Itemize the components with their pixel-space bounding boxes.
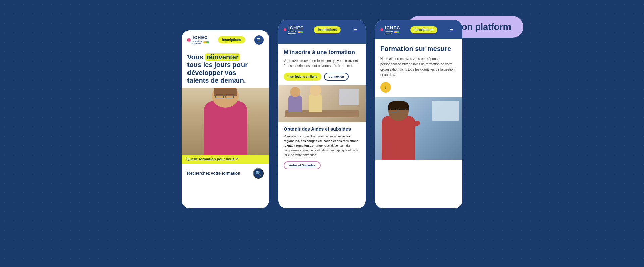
card3-pill-green (397, 31, 399, 33)
logo-dot-pink (187, 38, 191, 42)
card3-title-section: Formation sur mesure Nous élaborons avec… (375, 39, 462, 97)
student1 (288, 95, 302, 112)
main-container: Registration platform ICHEC formationcon… (0, 0, 644, 222)
board (339, 89, 359, 105)
person-shape (204, 101, 247, 155)
inscriptions-en-ligne-btn[interactable]: Inscriptions en ligne (284, 73, 321, 81)
card2-logo: ICHEC formationcontinue (284, 25, 304, 34)
logo-text: ICHEC formationcontinue (193, 35, 209, 45)
card1-header: ICHEC formationcontinue Inscriptions ☰ (182, 30, 269, 48)
card2-pill-yellow (298, 31, 300, 33)
menu-icon-2: ☰ (354, 27, 357, 32)
card2-header: ICHEC formationcontinue Inscriptions (284, 25, 360, 34)
card3-top: ICHEC formationcontinue Inscriptions (375, 20, 462, 39)
recherchez-section: Recherchez votre formation 🔍 (182, 164, 269, 183)
presenter-body (382, 116, 415, 160)
p-glass-l (390, 109, 397, 113)
card3-image (375, 97, 462, 160)
hero-highlight: réinventer (205, 53, 240, 61)
card2-brand: ICHEC (288, 25, 304, 30)
card2-logo-sub: formationcontinue (288, 30, 296, 34)
card-inscrire: ICHEC formationcontinue Inscriptions (278, 20, 366, 208)
logo-brand: ICHEC (193, 35, 209, 40)
aides-title: Obtenir des Aides et subsides (284, 126, 360, 132)
logo-sub: formationcontinue (193, 40, 202, 45)
presentation-screen (432, 101, 459, 121)
card2-title-section: M'inscrire à une formation Vous avez tro… (278, 44, 366, 85)
card3-logo-dot (380, 28, 383, 31)
aides-subsides-section: Obtenir des Aides et subsides Vous avez … (278, 122, 366, 173)
glasses (215, 94, 235, 98)
logo-pill-green (206, 41, 209, 43)
card3-brand: ICHEC (385, 25, 400, 30)
aides-desc-plain1: Vous avez la possibilité d'avoir accès à… (284, 135, 342, 138)
download-arrow-btn[interactable]: ↓ (380, 82, 391, 93)
presenter-hair (388, 101, 409, 110)
quelle-formation-bar: Quelle formation pour vous ? (182, 154, 269, 164)
search-btn[interactable]: 🔍 (253, 168, 264, 179)
card2-inscriptions-btn[interactable]: Inscriptions (314, 26, 341, 33)
card2-pill-green (300, 31, 303, 33)
menu-icon-3: ☰ (450, 27, 454, 32)
menu-icon: ☰ (257, 38, 261, 42)
m-inscrire-desc: Vous avez trouvé une formation qui vous … (284, 58, 360, 69)
body (204, 101, 247, 155)
glass-right (225, 94, 234, 98)
card3-pill-yellow (394, 31, 397, 33)
p-glass-r (398, 109, 406, 113)
card3-logo: ICHEC formationcontinue (380, 25, 400, 34)
student2 (309, 94, 322, 112)
card1-hero-image-inner (182, 88, 269, 155)
arrow-down-icon: ↓ (385, 85, 387, 90)
card-hero: ICHEC formationcontinue Inscriptions ☰ (182, 30, 269, 208)
card2-top: ICHEC formationcontinue Inscriptions (278, 20, 366, 44)
head (212, 88, 239, 108)
logo-pill-yellow (203, 41, 206, 43)
card3-menu-btn[interactable]: ☰ (447, 25, 457, 34)
card2-image (278, 85, 366, 122)
presenter-glasses (390, 109, 407, 113)
card1-hero-text: Vous réinventer tous les jours pour déve… (182, 48, 269, 88)
glass-left (215, 94, 224, 98)
card1-hero-title: Vous réinventer tous les jours pour déve… (187, 53, 264, 84)
logo-dot-pink-sm (284, 28, 286, 31)
card1-menu-btn[interactable]: ☰ (254, 35, 264, 45)
search-icon: 🔍 (256, 171, 261, 176)
card3-header: ICHEC formationcontinue Inscriptions (380, 25, 457, 34)
card2-logo-text: ICHEC formationcontinue (288, 25, 304, 34)
aides-desc: Vous avez la possibilité d'avoir accès à… (284, 134, 360, 158)
presenter-photo (375, 97, 462, 160)
card2-menu-btn[interactable]: ☰ (351, 25, 360, 34)
presenter-head (388, 101, 409, 121)
card1-inscriptions-btn[interactable]: Inscriptions (218, 36, 245, 43)
card1-hero-image (182, 88, 269, 155)
card3-logo-text: ICHEC formationcontinue (385, 25, 400, 34)
card1-logo: ICHEC formationcontinue (187, 35, 209, 45)
students-photo (278, 85, 366, 122)
connexion-btn[interactable]: Connexion (324, 73, 349, 81)
presenter (382, 116, 415, 160)
card3-inscriptions-btn[interactable]: Inscriptions (410, 26, 437, 33)
card2-btn-row: Inscriptions en ligne Connexion (284, 73, 360, 81)
formation-sur-mesure-title: Formation sur mesure (380, 45, 457, 52)
aides-et-subsides-btn[interactable]: Aides et Subsides (284, 161, 321, 169)
hero-photo (182, 88, 269, 155)
m-inscrire-title: M'inscrire à une formation (284, 49, 360, 56)
card3-logo-sub: formationcontinue (385, 30, 393, 34)
formation-desc: Nous élaborons avec vous une réponse per… (380, 56, 457, 77)
card2-image-inner (278, 85, 366, 122)
card-formation: ICHEC formationcontinue Inscriptions (375, 20, 462, 208)
card3-image-inner (375, 97, 462, 160)
recherchez-text: Recherchez votre formation (187, 171, 240, 176)
